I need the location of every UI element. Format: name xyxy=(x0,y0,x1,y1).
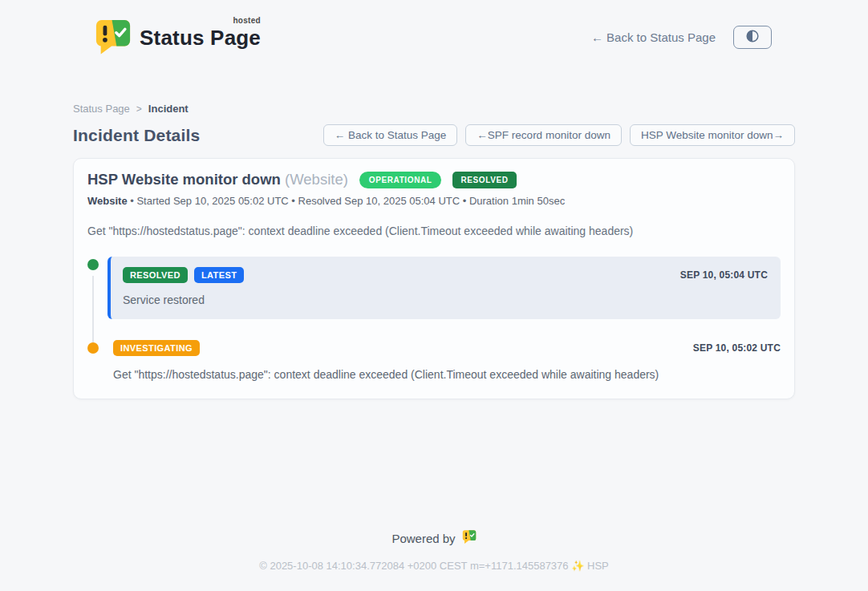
powered-by: Powered by xyxy=(391,529,476,547)
incident-name: HSP Website monitor down xyxy=(87,171,281,188)
breadcrumb-incident: Incident xyxy=(148,103,189,115)
timeline-dot-resolved xyxy=(87,259,99,270)
incident-title: HSP Website monitor down (Website) xyxy=(87,171,348,188)
copyright-line: © 2025-10-08 14:10:34.772084 +0200 CEST … xyxy=(0,560,868,572)
footer: Powered by © 2025-10-08 14:10:34.772084 … xyxy=(0,529,868,591)
page-title: Incident Details xyxy=(73,126,200,145)
timeline-message: Service restored xyxy=(123,293,768,306)
incident-meta-component: Website xyxy=(87,195,128,207)
incident-title-row: HSP Website monitor down (Website) OPERA… xyxy=(87,171,781,188)
logo-brand-text: Status Page xyxy=(140,26,261,50)
header: hosted Status Page ← Back to Status Page xyxy=(0,0,868,61)
timeline-entry-investigating: INVESTIGATING SEP 10, 05:02 UTC Get "htt… xyxy=(87,340,781,381)
timeline-message: Get "https://hostedstatus.page": context… xyxy=(113,368,781,381)
status-page-mini-logo-icon xyxy=(462,529,477,547)
investigating-badge: INVESTIGATING xyxy=(113,340,200,356)
next-incident-button[interactable]: HSP Website monitor down→ xyxy=(630,124,795,146)
incident-nav-buttons: ← Back to Status Page ←SPF record monito… xyxy=(323,124,795,146)
incident-description: Get "https://hostedstatus.page": context… xyxy=(87,225,781,237)
breadcrumb-separator: > xyxy=(136,103,142,115)
latest-badge: LATEST xyxy=(194,267,244,283)
resolved-status-badge: RESOLVED xyxy=(452,172,516,188)
timeline-entry-box: RESOLVED LATEST SEP 10, 05:04 UTC Servic… xyxy=(107,257,781,319)
resolved-badge: RESOLVED xyxy=(123,267,188,283)
breadcrumb: Status Page > Incident xyxy=(73,103,795,115)
status-page-logo-icon xyxy=(95,18,132,56)
timeline-timestamp: SEP 10, 05:04 UTC xyxy=(680,269,768,281)
incident-meta-details: • Started Sep 10, 2025 05:02 UTC • Resol… xyxy=(130,195,565,207)
half-circle-theme-icon xyxy=(745,29,760,46)
breadcrumb-status-page[interactable]: Status Page xyxy=(73,103,130,115)
incident-timeline: RESOLVED LATEST SEP 10, 05:04 UTC Servic… xyxy=(87,257,781,381)
timeline-timestamp: SEP 10, 05:02 UTC xyxy=(693,342,781,354)
prev-incident-button[interactable]: ←SPF record monitor down xyxy=(465,124,622,146)
operational-status-badge: OPERATIONAL xyxy=(359,172,442,188)
incident-component: (Website) xyxy=(285,171,348,188)
title-row: Incident Details ← Back to Status Page ←… xyxy=(73,124,795,146)
timeline-dot-investigating xyxy=(87,342,99,354)
timeline-entry-resolved: RESOLVED LATEST SEP 10, 05:04 UTC Servic… xyxy=(87,257,781,319)
logo-hosted-label: hosted xyxy=(233,16,261,25)
main-content: Status Page > Incident Incident Details … xyxy=(73,61,795,399)
incident-card: HSP Website monitor down (Website) OPERA… xyxy=(73,158,795,399)
header-back-to-status-page-link[interactable]: ← Back to Status Page xyxy=(591,30,716,44)
app-logo: hosted Status Page xyxy=(95,18,261,56)
back-to-status-page-button[interactable]: ← Back to Status Page xyxy=(323,124,458,146)
header-right: ← Back to Status Page xyxy=(591,26,772,49)
powered-by-label: Powered by xyxy=(391,532,455,545)
theme-toggle-button[interactable] xyxy=(733,26,772,49)
incident-meta: Website • Started Sep 10, 2025 05:02 UTC… xyxy=(87,195,781,207)
